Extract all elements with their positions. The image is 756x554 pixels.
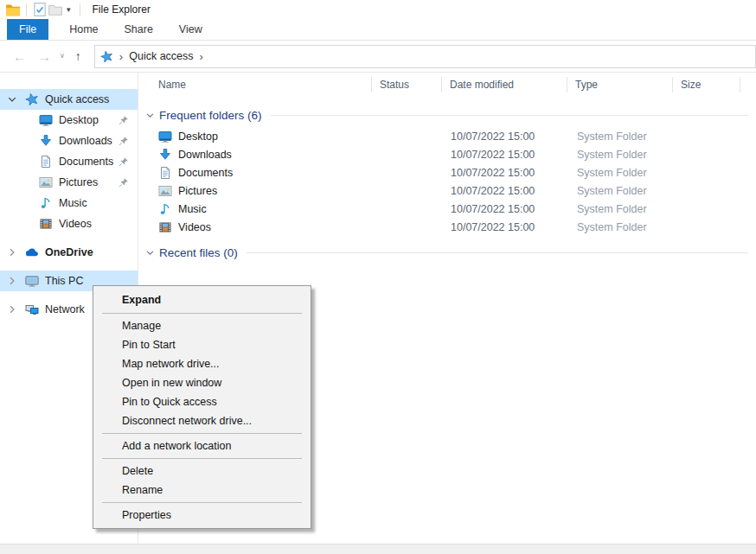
- breadcrumb-chevron-icon[interactable]: ›: [113, 51, 129, 62]
- file-name: Downloads: [178, 149, 232, 161]
- menu-separator: [102, 313, 302, 314]
- menu-item-properties[interactable]: Properties: [93, 506, 311, 525]
- file-row-music[interactable]: Music 10/07/2022 15:00 System Folder: [139, 200, 756, 218]
- column-header-type[interactable]: Type: [567, 77, 673, 92]
- chevron-right-icon[interactable]: [7, 276, 17, 286]
- sidebar-item-pictures[interactable]: Pictures: [0, 172, 138, 193]
- file-type: System Folder: [567, 167, 673, 179]
- menu-item-expand[interactable]: Expand: [93, 290, 311, 310]
- quick-access-star-icon: [100, 50, 113, 63]
- sidebar-item-label: Videos: [59, 218, 92, 230]
- pin-icon: [119, 177, 129, 188]
- menu-item-pin-to-quick-access[interactable]: Pin to Quick access: [93, 392, 311, 411]
- menu-item-rename[interactable]: Rename: [93, 481, 311, 500]
- recent-locations-icon[interactable]: ∨: [57, 53, 67, 60]
- file-type: System Folder: [567, 185, 673, 197]
- file-name: Music: [178, 203, 207, 215]
- group-header-recent-files[interactable]: Recent files (0): [139, 243, 756, 262]
- group-rule: [247, 252, 748, 253]
- menu-item-pin-to-start[interactable]: Pin to Start: [93, 335, 311, 354]
- file-name: Desktop: [178, 131, 218, 143]
- chevron-down-icon[interactable]: [7, 94, 17, 105]
- sidebar-item-label: OneDrive: [45, 246, 93, 258]
- this-pc-icon: [25, 274, 39, 288]
- documents-icon: [158, 166, 172, 180]
- music-icon: [39, 196, 53, 210]
- tab-share[interactable]: Share: [112, 19, 166, 40]
- documents-icon: [39, 155, 53, 169]
- file-row-documents[interactable]: Documents 10/07/2022 15:00 System Folder: [139, 163, 756, 181]
- file-type: System Folder: [567, 149, 673, 161]
- tab-view[interactable]: View: [166, 19, 215, 40]
- file-explorer-logo-icon: [5, 2, 21, 17]
- group-label: Recent files (0): [159, 246, 238, 259]
- quick-access-star-icon: [25, 92, 39, 106]
- sidebar-item-downloads[interactable]: Downloads: [0, 131, 138, 151]
- tab-file[interactable]: File: [7, 19, 48, 40]
- chevron-right-icon[interactable]: [7, 247, 17, 258]
- breadcrumb-chevron-icon[interactable]: ›: [194, 51, 209, 62]
- sidebar-item-desktop[interactable]: Desktop: [0, 110, 138, 131]
- menu-item-open-in-new-window[interactable]: Open in new window: [93, 373, 311, 392]
- back-icon[interactable]: ←: [7, 50, 32, 63]
- column-header-name[interactable]: Name: [139, 77, 372, 92]
- pin-icon: [119, 156, 129, 167]
- sidebar-item-quick-access[interactable]: Quick access: [0, 89, 138, 110]
- menu-separator: [102, 458, 302, 459]
- sidebar-item-onedrive[interactable]: OneDrive: [0, 242, 138, 263]
- file-row-desktop[interactable]: Desktop 10/07/2022 15:00 System Folder: [139, 127, 756, 145]
- file-row-pictures[interactable]: Pictures 10/07/2022 15:00 System Folder: [139, 181, 756, 200]
- tab-home[interactable]: Home: [56, 19, 111, 40]
- sidebar-item-label: Downloads: [59, 135, 112, 147]
- frequent-folders-list: Desktop 10/07/2022 15:00 System Folder D…: [139, 127, 756, 236]
- file-date-modified: 10/07/2022 15:00: [442, 131, 567, 143]
- chevron-down-icon[interactable]: [145, 111, 155, 120]
- address-bar[interactable]: › Quick access ›: [94, 45, 756, 68]
- column-header-size[interactable]: Size: [673, 77, 740, 92]
- downloads-icon: [158, 148, 172, 162]
- menu-item-add-network-location[interactable]: Add a network location: [93, 436, 311, 455]
- file-row-downloads[interactable]: Downloads 10/07/2022 15:00 System Folder: [139, 145, 756, 163]
- column-header-date-modified[interactable]: Date modified: [442, 77, 567, 92]
- group-header-frequent-folders[interactable]: Frequent folders (6): [139, 105, 756, 124]
- properties-icon[interactable]: [32, 2, 48, 17]
- sidebar-item-label: Music: [59, 197, 87, 209]
- chevron-down-icon[interactable]: [145, 248, 155, 258]
- pictures-icon: [39, 175, 53, 189]
- network-icon: [25, 302, 39, 316]
- sidebar-item-videos[interactable]: Videos: [0, 213, 138, 234]
- desktop-icon: [39, 113, 53, 127]
- menu-item-map-network-drive[interactable]: Map network drive...: [93, 354, 311, 373]
- file-name: Documents: [178, 167, 233, 179]
- titlebar: ▾ File Explorer: [0, 0, 756, 19]
- sidebar-item-music[interactable]: Music: [0, 193, 138, 213]
- pin-icon: [119, 115, 129, 125]
- up-icon[interactable]: ↑: [67, 50, 89, 62]
- ribbon-tabs: File Home Share View: [0, 19, 756, 41]
- file-date-modified: 10/07/2022 15:00: [442, 185, 567, 197]
- menu-item-disconnect-network-drive[interactable]: Disconnect network drive...: [93, 411, 311, 430]
- sidebar-item-label: Documents: [59, 156, 113, 168]
- file-name: Pictures: [178, 185, 217, 197]
- customize-quick-access-toolbar-icon[interactable]: ▾: [63, 5, 74, 14]
- group-rule: [271, 115, 748, 116]
- file-date-modified: 10/07/2022 15:00: [442, 149, 567, 161]
- file-type: System Folder: [567, 221, 673, 233]
- status-bar: [0, 544, 756, 554]
- downloads-icon: [39, 134, 53, 148]
- menu-item-delete[interactable]: Delete: [93, 462, 311, 481]
- file-row-videos[interactable]: Videos 10/07/2022 15:00 System Folder: [139, 218, 756, 236]
- sidebar-item-documents[interactable]: Documents: [0, 151, 138, 172]
- new-folder-icon[interactable]: [48, 2, 63, 17]
- sidebar-item-label: Network: [45, 303, 85, 315]
- music-icon: [158, 202, 172, 216]
- file-type: System Folder: [567, 131, 673, 143]
- column-header-status[interactable]: Status: [372, 77, 442, 92]
- breadcrumb-quick-access[interactable]: Quick access: [129, 50, 193, 62]
- chevron-right-icon[interactable]: [7, 304, 17, 315]
- videos-icon: [39, 217, 53, 231]
- desktop-icon: [158, 130, 172, 143]
- forward-icon[interactable]: →: [32, 50, 57, 63]
- sidebar-item-label: This PC: [45, 275, 83, 287]
- menu-item-manage[interactable]: Manage: [93, 316, 311, 335]
